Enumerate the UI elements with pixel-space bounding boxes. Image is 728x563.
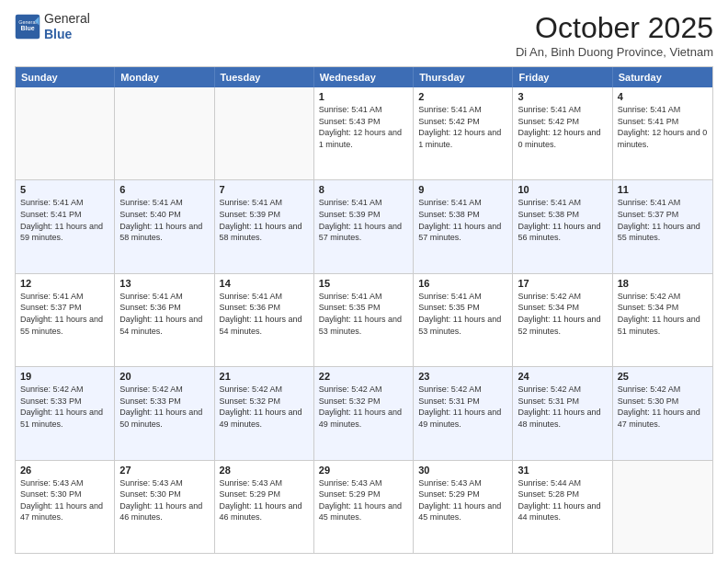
day-cell-7: 7Sunrise: 5:41 AMSunset: 5:39 PMDaylight…: [215, 180, 314, 272]
logo-icon: General Blue: [15, 14, 40, 40]
calendar: SundayMondayTuesdayWednesdayThursdayFrid…: [15, 66, 713, 554]
cell-info: Sunrise: 5:41 AMSunset: 5:42 PMDaylight:…: [418, 104, 507, 150]
cell-info: Sunrise: 5:42 AMSunset: 5:34 PMDaylight:…: [518, 291, 607, 337]
day-cell-16: 16Sunrise: 5:41 AMSunset: 5:35 PMDayligh…: [414, 274, 513, 366]
day-cell-3: 3Sunrise: 5:41 AMSunset: 5:42 PMDaylight…: [513, 87, 612, 179]
logo-blue: Blue: [44, 27, 90, 42]
day-cell-30: 30Sunrise: 5:43 AMSunset: 5:29 PMDayligh…: [414, 461, 513, 553]
cell-info: Sunrise: 5:42 AMSunset: 5:30 PMDaylight:…: [618, 384, 708, 430]
cell-info: Sunrise: 5:41 AMSunset: 5:38 PMDaylight:…: [518, 197, 607, 243]
cell-info: Sunrise: 5:41 AMSunset: 5:39 PMDaylight:…: [319, 197, 408, 243]
day-cell-1: 1Sunrise: 5:41 AMSunset: 5:43 PMDaylight…: [314, 87, 414, 179]
day-cell-29: 29Sunrise: 5:43 AMSunset: 5:29 PMDayligh…: [314, 461, 414, 553]
logo-text: General Blue: [44, 11, 90, 42]
page: General Blue General Blue October 2025 D…: [0, 0, 728, 563]
day-cell-11: 11Sunrise: 5:41 AMSunset: 5:37 PMDayligh…: [613, 180, 712, 272]
empty-cell: [115, 87, 214, 179]
day-header-saturday: Saturday: [613, 67, 712, 87]
day-number: 21: [220, 371, 309, 382]
cell-info: Sunrise: 5:42 AMSunset: 5:34 PMDaylight:…: [618, 291, 708, 337]
day-number: 19: [20, 371, 109, 382]
day-cell-26: 26Sunrise: 5:43 AMSunset: 5:30 PMDayligh…: [16, 461, 115, 553]
day-cell-15: 15Sunrise: 5:41 AMSunset: 5:35 PMDayligh…: [314, 274, 414, 366]
day-number: 7: [220, 184, 309, 195]
day-number: 4: [618, 91, 708, 102]
day-number: 14: [220, 278, 309, 289]
day-header-thursday: Thursday: [414, 67, 513, 87]
day-number: 22: [319, 371, 408, 382]
day-cell-2: 2Sunrise: 5:41 AMSunset: 5:42 PMDaylight…: [414, 87, 513, 179]
day-cell-8: 8Sunrise: 5:41 AMSunset: 5:39 PMDaylight…: [314, 180, 414, 272]
day-number: 1: [319, 91, 408, 102]
empty-cell: [16, 87, 115, 179]
day-number: 11: [618, 184, 708, 195]
cell-info: Sunrise: 5:43 AMSunset: 5:29 PMDaylight:…: [220, 477, 309, 523]
day-cell-5: 5Sunrise: 5:41 AMSunset: 5:41 PMDaylight…: [16, 180, 115, 272]
header: General Blue General Blue October 2025 D…: [15, 11, 713, 59]
day-number: 24: [518, 371, 607, 382]
day-number: 25: [618, 371, 708, 382]
day-number: 12: [20, 278, 109, 289]
calendar-row-5: 26Sunrise: 5:43 AMSunset: 5:30 PMDayligh…: [16, 460, 712, 553]
day-cell-13: 13Sunrise: 5:41 AMSunset: 5:36 PMDayligh…: [115, 274, 214, 366]
calendar-row-4: 19Sunrise: 5:42 AMSunset: 5:33 PMDayligh…: [16, 366, 712, 459]
empty-cell: [613, 461, 712, 553]
day-cell-12: 12Sunrise: 5:41 AMSunset: 5:37 PMDayligh…: [16, 274, 115, 366]
day-number: 27: [119, 465, 209, 476]
day-cell-14: 14Sunrise: 5:41 AMSunset: 5:36 PMDayligh…: [215, 274, 314, 366]
cell-info: Sunrise: 5:43 AMSunset: 5:29 PMDaylight:…: [418, 477, 507, 523]
day-cell-9: 9Sunrise: 5:41 AMSunset: 5:38 PMDaylight…: [414, 180, 513, 272]
title-block: October 2025 Di An, Binh Duong Province,…: [516, 11, 713, 59]
cell-info: Sunrise: 5:41 AMSunset: 5:37 PMDaylight:…: [20, 291, 109, 337]
day-cell-27: 27Sunrise: 5:43 AMSunset: 5:30 PMDayligh…: [115, 461, 214, 553]
day-cell-25: 25Sunrise: 5:42 AMSunset: 5:30 PMDayligh…: [613, 367, 712, 459]
day-cell-23: 23Sunrise: 5:42 AMSunset: 5:31 PMDayligh…: [414, 367, 513, 459]
day-cell-6: 6Sunrise: 5:41 AMSunset: 5:40 PMDaylight…: [115, 180, 214, 272]
calendar-row-1: 1Sunrise: 5:41 AMSunset: 5:43 PMDaylight…: [16, 87, 712, 179]
day-header-friday: Friday: [513, 67, 612, 87]
cell-info: Sunrise: 5:44 AMSunset: 5:28 PMDaylight:…: [518, 477, 607, 523]
day-number: 23: [418, 371, 507, 382]
cell-info: Sunrise: 5:42 AMSunset: 5:31 PMDaylight:…: [518, 384, 607, 430]
cell-info: Sunrise: 5:41 AMSunset: 5:35 PMDaylight:…: [319, 291, 408, 337]
day-header-wednesday: Wednesday: [314, 67, 414, 87]
calendar-body: 1Sunrise: 5:41 AMSunset: 5:43 PMDaylight…: [16, 87, 712, 553]
cell-info: Sunrise: 5:42 AMSunset: 5:32 PMDaylight:…: [220, 384, 309, 430]
day-cell-24: 24Sunrise: 5:42 AMSunset: 5:31 PMDayligh…: [513, 367, 612, 459]
logo-general: General: [44, 11, 90, 27]
cell-info: Sunrise: 5:42 AMSunset: 5:31 PMDaylight:…: [418, 384, 507, 430]
cell-info: Sunrise: 5:43 AMSunset: 5:29 PMDaylight:…: [319, 477, 408, 523]
svg-text:General: General: [18, 19, 36, 25]
cell-info: Sunrise: 5:43 AMSunset: 5:30 PMDaylight:…: [20, 477, 109, 523]
cell-info: Sunrise: 5:41 AMSunset: 5:39 PMDaylight:…: [220, 197, 309, 243]
day-cell-4: 4Sunrise: 5:41 AMSunset: 5:41 PMDaylight…: [613, 87, 712, 179]
day-number: 5: [20, 184, 109, 195]
day-number: 9: [418, 184, 507, 195]
day-number: 28: [220, 465, 309, 476]
day-number: 20: [119, 371, 209, 382]
calendar-row-2: 5Sunrise: 5:41 AMSunset: 5:41 PMDaylight…: [16, 179, 712, 272]
day-number: 2: [418, 91, 507, 102]
day-number: 13: [119, 278, 209, 289]
day-number: 16: [418, 278, 507, 289]
day-number: 8: [319, 184, 408, 195]
location-subtitle: Di An, Binh Duong Province, Vietnam: [516, 45, 713, 59]
day-number: 6: [119, 184, 209, 195]
calendar-header: SundayMondayTuesdayWednesdayThursdayFrid…: [16, 67, 712, 87]
day-number: 3: [518, 91, 607, 102]
day-header-sunday: Sunday: [16, 67, 115, 87]
day-cell-18: 18Sunrise: 5:42 AMSunset: 5:34 PMDayligh…: [613, 274, 712, 366]
empty-cell: [215, 87, 314, 179]
cell-info: Sunrise: 5:41 AMSunset: 5:41 PMDaylight:…: [20, 197, 109, 243]
svg-text:Blue: Blue: [20, 25, 34, 31]
cell-info: Sunrise: 5:41 AMSunset: 5:43 PMDaylight:…: [319, 104, 408, 150]
cell-info: Sunrise: 5:41 AMSunset: 5:36 PMDaylight:…: [220, 291, 309, 337]
day-cell-20: 20Sunrise: 5:42 AMSunset: 5:33 PMDayligh…: [115, 367, 214, 459]
cell-info: Sunrise: 5:41 AMSunset: 5:37 PMDaylight:…: [618, 197, 708, 243]
day-number: 17: [518, 278, 607, 289]
day-cell-19: 19Sunrise: 5:42 AMSunset: 5:33 PMDayligh…: [16, 367, 115, 459]
cell-info: Sunrise: 5:42 AMSunset: 5:32 PMDaylight:…: [319, 384, 408, 430]
day-cell-21: 21Sunrise: 5:42 AMSunset: 5:32 PMDayligh…: [215, 367, 314, 459]
day-number: 10: [518, 184, 607, 195]
day-header-tuesday: Tuesday: [215, 67, 314, 87]
